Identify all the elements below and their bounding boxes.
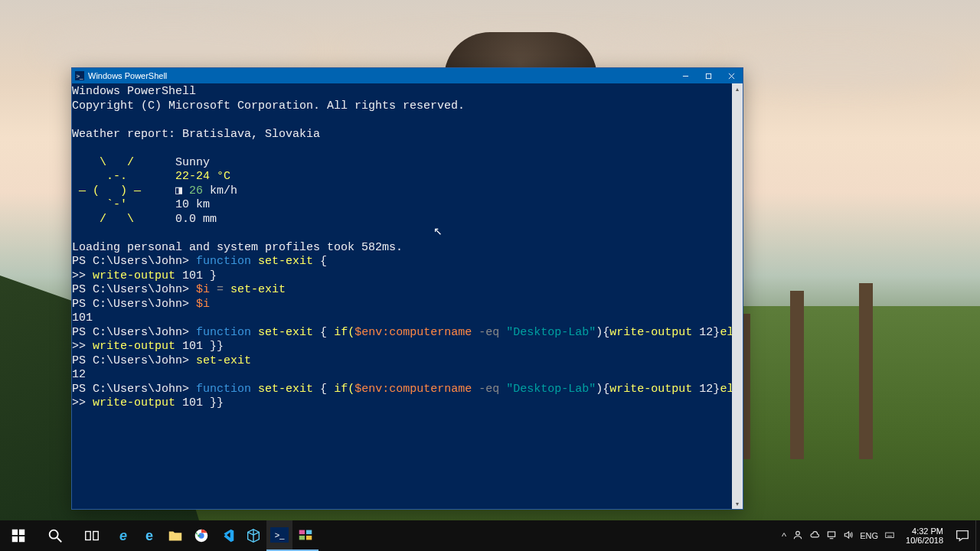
keyboard-icon[interactable] <box>884 530 895 543</box>
close-button[interactable] <box>720 68 743 83</box>
scroll-up-button[interactable]: ▴ <box>732 83 743 94</box>
colorgrid-icon <box>297 527 314 543</box>
volume-icon[interactable] <box>843 530 854 543</box>
powershell-window: >_ Windows PowerShell Windows PowerShell… <box>71 67 743 510</box>
taskbar-clock[interactable]: 4:32 PM 10/6/2018 <box>900 527 949 545</box>
taskview-icon <box>83 527 100 544</box>
ps-line: PS C:\Users\John> function set-exit { <box>72 255 732 269</box>
svg-rect-14 <box>299 530 305 535</box>
ps-line: PS C:\Users\John> function set-exit { if… <box>72 383 732 397</box>
titlebar[interactable]: >_ Windows PowerShell <box>72 68 743 83</box>
taskbar-app-explorer[interactable] <box>162 520 188 551</box>
scroll-down-button[interactable]: ▾ <box>732 498 743 509</box>
start-button[interactable] <box>0 520 37 551</box>
notification-icon <box>954 527 971 544</box>
profiles-line: Loading personal and system profiles too… <box>72 241 732 256</box>
svg-point-18 <box>796 531 800 535</box>
weather-line: / \ 0.0 mm <box>72 213 732 227</box>
clock-date: 10/6/2018 <box>906 536 943 545</box>
taskbar-app-ie[interactable]: e <box>110 520 136 551</box>
folder-icon <box>167 527 184 544</box>
taskbar-app-edge[interactable]: e <box>136 520 162 551</box>
scrollbar[interactable]: ▴ ▾ <box>732 83 743 509</box>
cloud-icon[interactable] <box>809 530 820 543</box>
windows-icon <box>10 527 27 544</box>
ps-cont-line: >> write-output 101 } <box>72 269 732 284</box>
clock-time: 4:32 PM <box>906 527 943 536</box>
svg-point-8 <box>50 530 58 539</box>
edge-icon: e <box>141 527 158 544</box>
minimize-button[interactable] <box>674 68 697 83</box>
weather-line: \ / Sunny <box>72 156 732 171</box>
action-center-button[interactable] <box>949 527 975 544</box>
terminal-output[interactable]: Windows PowerShellCopyright (C) Microsof… <box>72 83 732 509</box>
ps-line: PS C:\Users\John> function set-exit { if… <box>72 326 732 341</box>
svg-rect-11 <box>93 532 98 540</box>
svg-rect-5 <box>19 530 24 535</box>
chrome-icon <box>193 527 210 544</box>
taskbar-app-vscode[interactable] <box>214 520 240 551</box>
svg-rect-17 <box>306 536 312 540</box>
language-indicator[interactable]: ENG <box>860 531 878 540</box>
weather-line: `-' 10 km <box>72 198 732 213</box>
svg-rect-1 <box>706 73 710 78</box>
ps-cont-line: >> write-output 101 }} <box>72 396 732 411</box>
search-button[interactable] <box>37 520 74 551</box>
task-view-button[interactable] <box>74 520 110 551</box>
output-line: 101 <box>72 311 732 326</box>
svg-line-9 <box>57 538 62 543</box>
powershell-icon: >_ <box>270 527 289 543</box>
weather-line: ― ( ) ― ◨ 26 km/h <box>72 184 732 199</box>
system-tray: ^ ENG <box>777 530 900 543</box>
ie-icon: e <box>115 527 132 544</box>
ps-line: PS C:\Users\John> $i <box>72 298 732 312</box>
svg-rect-10 <box>86 532 90 540</box>
window-title: Windows PowerShell <box>88 71 167 80</box>
taskbar: e e >_ ^ ENG 4:32 PM 10/6/2018 <box>0 520 980 551</box>
show-desktop-button[interactable] <box>975 520 980 551</box>
search-icon <box>47 527 64 544</box>
cube-icon <box>245 527 262 544</box>
ps-cont-line: >> write-output 101 }} <box>72 340 732 354</box>
taskbar-app-other[interactable] <box>292 520 318 551</box>
ps-line: PS C:\Users\John> $i = set-exit <box>72 283 732 298</box>
taskbar-app-box[interactable] <box>240 520 266 551</box>
ps-line: PS C:\Users\John> set-exit <box>72 354 732 369</box>
taskbar-app-chrome[interactable] <box>188 520 214 551</box>
svg-rect-21 <box>886 533 894 537</box>
window-controls <box>674 68 743 83</box>
vscode-icon <box>219 527 236 544</box>
weather-line: .-. 22-24 °C <box>72 170 732 184</box>
tray-chevron-icon[interactable]: ^ <box>782 530 786 542</box>
maximize-button[interactable] <box>697 68 720 83</box>
svg-rect-15 <box>306 530 312 535</box>
svg-rect-7 <box>19 536 24 542</box>
taskbar-app-powershell[interactable]: >_ <box>266 520 292 551</box>
network-icon[interactable] <box>826 530 837 543</box>
powershell-icon: >_ <box>75 71 84 80</box>
output-line: 12 <box>72 368 732 383</box>
svg-rect-16 <box>299 536 305 540</box>
copyright-line: Copyright (C) Microsoft Corporation. All… <box>72 99 732 114</box>
svg-rect-4 <box>12 530 18 535</box>
svg-rect-6 <box>12 536 18 542</box>
weather-title: Weather report: Bratislava, Slovakia <box>72 128 732 142</box>
people-icon[interactable] <box>792 530 803 543</box>
svg-rect-19 <box>828 531 835 536</box>
header-line: Windows PowerShell <box>72 85 732 99</box>
